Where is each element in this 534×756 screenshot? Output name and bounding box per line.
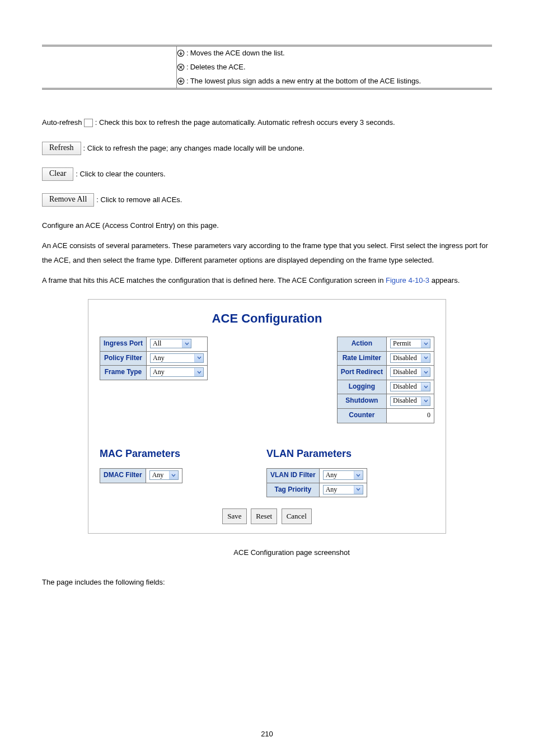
chevron-down-icon: [421, 368, 430, 376]
chevron-down-icon: [169, 471, 178, 479]
cfg-label: VLAN ID Filter: [267, 468, 320, 483]
chevron-down-icon: [421, 397, 430, 405]
vlan-table: VLAN ID FilterAnyTag PriorityAny: [266, 468, 367, 497]
select-control[interactable]: Any: [323, 470, 363, 480]
chevron-down-icon: [421, 354, 430, 362]
select-control[interactable]: Disabled: [390, 353, 430, 363]
move-down-desc: : Moves the ACE down the list.: [177, 46, 492, 60]
icon-description-table: : Moves the ACE down the list. : Deletes…: [42, 45, 492, 90]
body-p2: An ACE consists of several parameters. T…: [42, 239, 492, 268]
cfg-label: Ingress Port: [100, 337, 147, 351]
remove-all-button: Remove All: [42, 193, 94, 207]
checkbox-icon: [84, 119, 93, 127]
plus-circle-icon: [177, 77, 185, 85]
autorefresh-line: Auto-refresh : Check this box to refresh…: [42, 115, 492, 130]
select-control[interactable]: Disabled: [390, 396, 430, 406]
chevron-down-icon: [194, 368, 203, 376]
remove-all-text: : Click to remove all ACEs.: [96, 193, 182, 207]
footer-text: The page includes the following fields:: [42, 576, 492, 589]
cfg-label: Rate Limiter: [337, 351, 386, 366]
select-control[interactable]: Disabled: [390, 367, 430, 377]
body-p1: Configure an ACE (Access Control Entry) …: [42, 218, 492, 233]
figure-caption: Figure 4-10-3: ACE Configuration page sc…: [88, 546, 446, 559]
cfg-label: Policy Filter: [100, 351, 147, 366]
cfg-label: Action: [337, 337, 386, 351]
select-control[interactable]: Permit: [390, 339, 430, 348]
body-p3: A frame that hits this ACE matches the c…: [42, 273, 492, 288]
chevron-down-icon: [194, 354, 203, 362]
ace-config-figure: ACE Configuration Ingress PortAllPolicy …: [88, 299, 446, 533]
refresh-text: : Click to refresh the page; any changes…: [83, 141, 305, 156]
select-control[interactable]: Disabled: [390, 382, 430, 391]
delete-circle-icon: [177, 63, 185, 71]
left-config-table: Ingress PortAllPolicy FilterAnyFrame Typ…: [100, 337, 208, 380]
arrow-down-circle-icon: [177, 49, 185, 57]
select-control[interactable]: Any: [323, 485, 363, 494]
dmac-select[interactable]: Any: [149, 470, 179, 480]
cfg-label: Logging: [337, 380, 386, 394]
cfg-label: Port Redirect: [337, 366, 386, 380]
cfg-label: Counter: [337, 408, 386, 423]
add-desc: : The lowest plus sign adds a new entry …: [177, 74, 492, 88]
chevron-down-icon: [421, 382, 430, 391]
clear-text: : Click to clear the counters.: [76, 167, 165, 181]
page-number: 210: [0, 727, 534, 740]
fig-title: ACE Configuration: [100, 307, 434, 330]
chevron-down-icon: [354, 486, 363, 494]
select-control[interactable]: Any: [150, 367, 204, 377]
chevron-down-icon: [421, 339, 430, 348]
figure-link: Figure 4-10-3: [386, 276, 429, 284]
refresh-button: Refresh: [42, 142, 81, 155]
delete-desc: : Deletes the ACE.: [177, 60, 492, 74]
chevron-down-icon: [182, 339, 191, 348]
cfg-label: Frame Type: [100, 366, 147, 380]
counter-value: 0: [387, 408, 434, 423]
reset-button[interactable]: Reset: [251, 508, 277, 524]
dmac-label: DMAC Filter: [100, 468, 146, 483]
vlan-params-title: VLAN Parameters: [266, 445, 434, 463]
mac-params-title: MAC Parameters: [100, 445, 212, 463]
select-control[interactable]: Any: [150, 353, 204, 363]
cfg-label: Tag Priority: [267, 483, 320, 497]
cfg-label: Shutdown: [337, 394, 386, 409]
clear-button: Clear: [42, 167, 73, 181]
save-button[interactable]: Save: [222, 508, 246, 524]
right-config-table: ActionPermitRate LimiterDisabledPort Red…: [337, 337, 434, 423]
select-control[interactable]: All: [150, 339, 191, 348]
chevron-down-icon: [354, 471, 363, 479]
cancel-button[interactable]: Cancel: [282, 508, 312, 524]
dmac-table: DMAC Filter Any: [100, 468, 182, 483]
